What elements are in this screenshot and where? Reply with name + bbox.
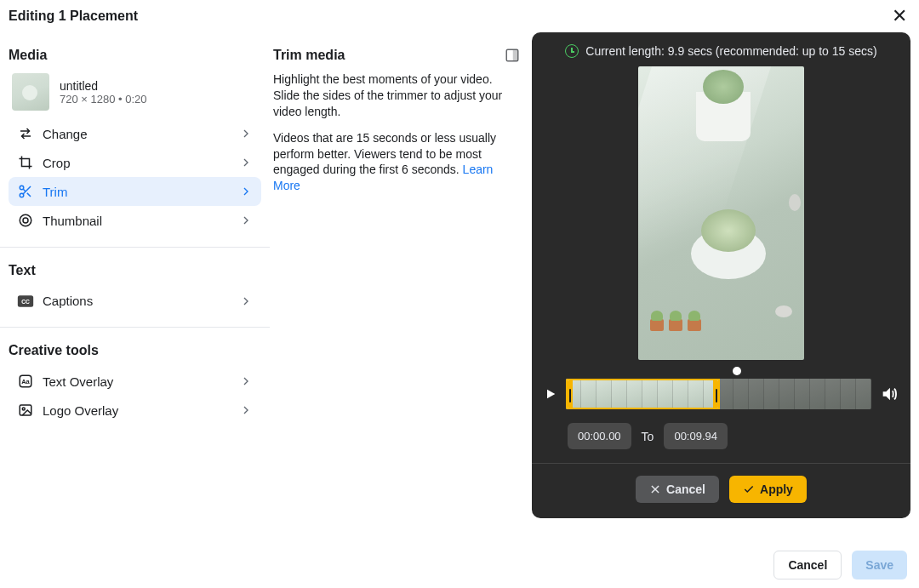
captions-icon: CC — [17, 294, 34, 308]
current-length-text: Current length: 9.9 secs (recommended: u… — [585, 44, 876, 58]
trim-cancel-button[interactable]: Cancel — [636, 476, 719, 503]
text-overlay-icon: Aa — [17, 374, 34, 389]
nav-captions[interactable]: CC Captions — [9, 287, 261, 315]
chevron-right-icon — [239, 374, 253, 388]
section-media: Media — [9, 48, 261, 63]
crop-icon — [17, 155, 34, 170]
svg-point-0 — [20, 186, 24, 190]
trim-to-input[interactable]: 00:09.94 — [664, 423, 728, 449]
svg-text:Aa: Aa — [21, 378, 30, 385]
nav-label: Change — [43, 127, 88, 141]
chevron-right-icon — [239, 127, 253, 140]
footer-save-button[interactable]: Save — [852, 551, 907, 579]
image-icon — [17, 402, 34, 418]
video-preview — [638, 66, 804, 360]
svg-point-3 — [23, 218, 28, 223]
media-summary: untitled 720 × 1280 • 0:20 — [9, 71, 261, 119]
trim-timeline[interactable] — [566, 379, 871, 409]
svg-rect-8 — [20, 405, 31, 415]
media-thumbnail — [12, 73, 49, 111]
volume-icon[interactable] — [880, 385, 899, 403]
trim-description: Highlight the best moments of your video… — [273, 71, 520, 194]
svg-point-1 — [20, 193, 24, 197]
nav-trim[interactable]: Trim — [9, 177, 261, 206]
section-text: Text — [9, 263, 261, 278]
chevron-right-icon — [239, 185, 253, 198]
playhead[interactable] — [733, 367, 741, 375]
svg-point-2 — [20, 214, 31, 226]
media-title: untitled — [60, 79, 147, 93]
nav-label: Text Overlay — [43, 374, 113, 389]
nav-text-overlay[interactable]: Aa Text Overlay — [9, 367, 261, 396]
close-icon[interactable]: ✕ — [892, 7, 907, 26]
aspect-ratio-icon[interactable] — [505, 48, 520, 63]
nav-logo-overlay[interactable]: Logo Overlay — [9, 396, 261, 425]
play-button[interactable] — [544, 387, 557, 401]
swap-icon — [17, 126, 34, 141]
to-label: To — [642, 430, 654, 443]
thumbnail-icon — [17, 213, 34, 228]
media-dimensions: 720 × 1280 • 0:20 — [60, 93, 147, 106]
page-title: Editing 1 Placement — [9, 9, 138, 24]
svg-rect-11 — [513, 49, 518, 61]
nav-change[interactable]: Change — [9, 119, 261, 148]
nav-label: Trim — [43, 185, 67, 199]
clock-icon — [565, 44, 579, 58]
chevron-right-icon — [239, 294, 253, 308]
nav-label: Captions — [43, 294, 93, 308]
trim-from-input[interactable]: 00:00.00 — [568, 423, 631, 449]
footer-cancel-button[interactable]: Cancel — [773, 551, 842, 579]
scissors-icon — [17, 184, 34, 199]
trim-title: Trim media — [273, 48, 345, 63]
chevron-right-icon — [239, 403, 253, 417]
chevron-right-icon — [239, 156, 253, 169]
nav-label: Crop — [43, 156, 71, 170]
nav-thumbnail[interactable]: Thumbnail — [9, 206, 261, 235]
svg-text:CC: CC — [21, 298, 30, 304]
nav-crop[interactable]: Crop — [9, 148, 261, 177]
svg-point-9 — [22, 408, 25, 410]
trim-apply-button[interactable]: Apply — [729, 476, 807, 503]
nav-label: Logo Overlay — [43, 403, 118, 418]
preview-panel: Current length: 9.9 secs (recommended: u… — [532, 32, 910, 518]
chevron-right-icon — [239, 214, 253, 227]
nav-label: Thumbnail — [43, 214, 102, 228]
section-creative: Creative tools — [9, 343, 261, 358]
